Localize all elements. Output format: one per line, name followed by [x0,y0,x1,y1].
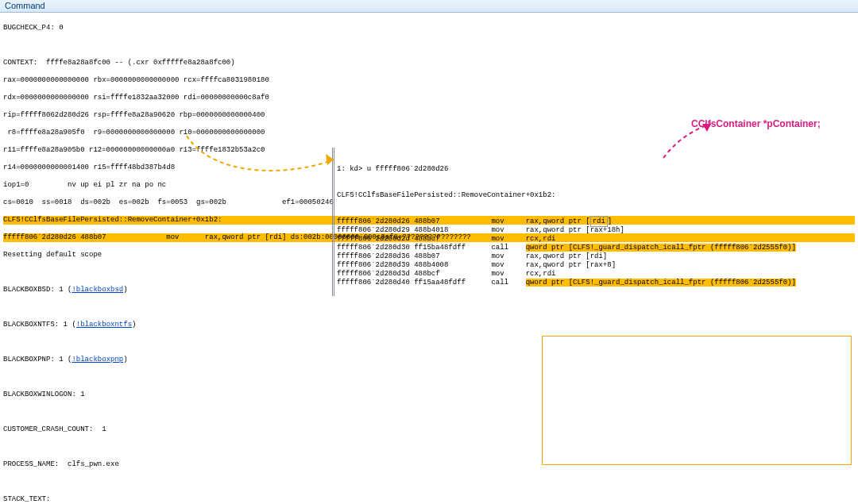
stack-header: STACK_TEXT: [3,495,855,504]
process-name: PROCESS_NAME: clfs_pwn.exe [3,460,855,469]
bugcheck-line: BUGCHECK_P4: 0 [3,24,855,33]
context-line: CONTEXT: ffffe8a28a8fc00 -- (.cxr 0xffff… [3,59,855,67]
svg-marker-1 [702,124,711,132]
disasm-row: fffff806`2d280d3d 488bcf mov rcx,rdi [337,270,796,279]
arrow-pink [659,122,723,162]
disasm-row: fffff806`2d280d2d 488bcf mov rcx,rdi [337,235,796,244]
blackboxntfs-link[interactable]: !blackboxntfs [76,321,132,329]
blackboxbsd-link[interactable]: !blackboxbsd [72,286,123,294]
disasm-row: fffff806`2d280d36 488b07 mov rax,qword p… [337,252,796,261]
blackboxpnp-link[interactable]: !blackboxpnp [72,356,123,364]
disasm-row: fffff806`2d280d26 488b07 mov rax,qword p… [337,217,796,226]
disasm-row: fffff806`2d280d40 ff15aa48fdff call qwor… [337,279,796,287]
blackbox-pnp: BLACKBOXPNP: 1 (!blackboxpnp) [3,356,855,364]
disasm-row: fffff806`2d280d30 ff15ba48fdff call qwor… [337,244,796,252]
arrow-orange [183,132,342,187]
disassembly-panel: 1: kd> u fffff806`2d280d26 CLFS!CClfsBas… [332,148,796,296]
disasm-row: fffff806`2d280d29 488b4018 mov rax,qword… [337,226,796,235]
disasm-row: fffff806`2d280d39 488b4008 mov rax,qword… [337,261,796,270]
svg-marker-0 [326,154,334,165]
debugger-output[interactable]: BUGCHECK_P4: 0 CONTEXT: ffffe8a28a8fc00 … [0,13,858,504]
blackbox-ntfs: BLACKBOXNTFS: 1 (!blackboxntfs) [3,321,855,329]
window-titlebar: Command [0,0,858,13]
